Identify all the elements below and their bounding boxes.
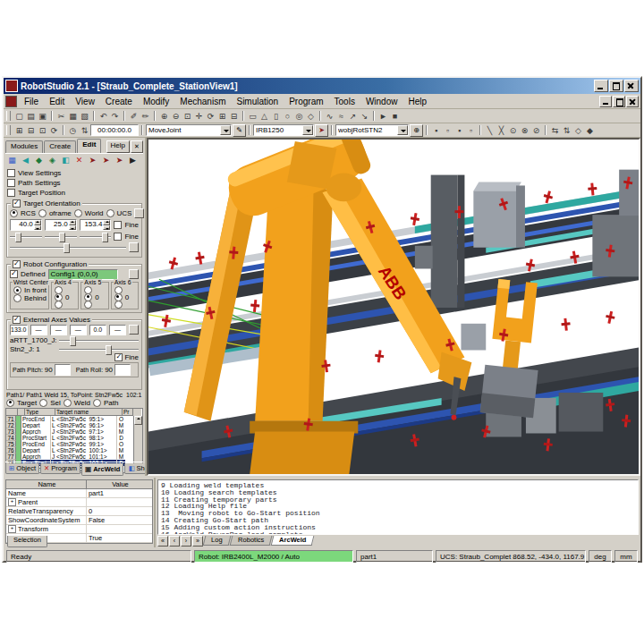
create-line-icon[interactable]: ↗: [347, 110, 359, 122]
insert-target-icon[interactable]: ▪: [453, 124, 465, 136]
3d-viewport[interactable]: ABB: [147, 138, 640, 476]
menu-mechanism[interactable]: Mechanism: [174, 95, 231, 108]
play-simulation-icon[interactable]: ►: [377, 110, 389, 122]
create-torus-icon[interactable]: ◎: [293, 110, 305, 122]
property-row[interactable]: RelativeTransparency0: [6, 507, 152, 516]
child-restore-button[interactable]: [613, 96, 625, 107]
simulation-time-field[interactable]: 00:00:00.0: [90, 124, 139, 136]
tab-edit[interactable]: Edit: [77, 139, 101, 153]
redo-icon[interactable]: ↷: [109, 110, 121, 122]
orient-icon[interactable]: ◆: [584, 124, 596, 136]
menu-modify[interactable]: Modify: [138, 95, 174, 108]
teach-target-icon[interactable]: ◧: [60, 155, 72, 166]
measure-icon[interactable]: ✏: [140, 110, 151, 122]
menu-tools[interactable]: Tools: [329, 95, 360, 108]
delete-target-icon[interactable]: ✕: [73, 155, 85, 166]
path-roll-input[interactable]: [114, 364, 131, 376]
tab-show-blank[interactable]: ◧Show/Blank: [124, 463, 147, 474]
tab-program[interactable]: ✕Program: [40, 463, 80, 474]
zoom-window-icon[interactable]: ⊡: [182, 110, 193, 122]
external-axis-2-slider[interactable]: [59, 345, 139, 353]
minimize-button[interactable]: [594, 80, 608, 92]
expand-icon[interactable]: +: [8, 498, 16, 506]
play-path-icon[interactable]: ▶: [127, 155, 139, 166]
axis-radio[interactable]: [55, 301, 63, 309]
workobject-dropdown[interactable]: wobjRotSTN2: [335, 124, 409, 136]
menu-view[interactable]: View: [70, 95, 100, 108]
path-row[interactable]: 77ApprchJ <Stn2Fw5c_101:1>M: [6, 453, 133, 460]
module-grid-icon[interactable]: ▦: [6, 155, 18, 166]
refresh-icon[interactable]: ⟳: [48, 124, 60, 136]
axis-radio-row[interactable]: 0: [55, 293, 76, 301]
snap-edge-icon[interactable]: ⊘: [530, 124, 542, 136]
axis-radio-row[interactable]: [55, 301, 76, 308]
snap-center-icon[interactable]: ⊙: [507, 124, 519, 136]
snap-cross-icon[interactable]: ╳: [496, 124, 507, 136]
create-curve-icon[interactable]: ∿: [324, 110, 335, 122]
target-orientation-checkbox[interactable]: [13, 199, 21, 208]
axis-radio[interactable]: [84, 301, 92, 309]
path-row[interactable]: 76DepartL <Stn2Fw5c_100:1>M: [6, 447, 133, 453]
new-target-icon[interactable]: ▪: [430, 124, 442, 136]
undo-icon[interactable]: ↶: [97, 110, 109, 122]
tab-arcweld[interactable]: ▣ArcWeld: [81, 463, 123, 476]
axis-radio-row[interactable]: 0: [114, 293, 136, 301]
mode-radio-weld[interactable]: [64, 399, 72, 407]
mode-radio-target[interactable]: [6, 399, 14, 407]
new-path-icon[interactable]: ▫: [442, 124, 453, 136]
mode-radio-path[interactable]: [93, 399, 101, 407]
tab-selection[interactable]: Selection: [7, 536, 47, 547]
tab-create[interactable]: Create: [44, 140, 76, 153]
process-button[interactable]: ➤: [315, 124, 328, 137]
orientation-master-slider[interactable]: [10, 243, 126, 251]
close-button[interactable]: [624, 80, 639, 92]
checkbox-view-settings[interactable]: View Settings: [7, 168, 143, 177]
dropdown-arrow-icon[interactable]: [220, 125, 231, 135]
create-arc-icon[interactable]: ↘: [359, 110, 370, 122]
external-axis-1-slider[interactable]: [59, 336, 139, 344]
create-polygon-icon[interactable]: ◇: [305, 110, 317, 122]
mode-radio-sel[interactable]: [39, 399, 47, 407]
create-sphere-icon[interactable]: ○: [282, 110, 293, 122]
robot-configuration-checkbox[interactable]: [13, 260, 21, 268]
workspace-icon[interactable]: ⊞: [13, 124, 25, 136]
rz-slider[interactable]: [80, 233, 112, 241]
panel-close-icon[interactable]: ✕: [131, 140, 143, 153]
path-row[interactable]: 75ProcEndL <Stn2Fw5c_99:1>O: [6, 441, 133, 447]
jump-current-icon[interactable]: ➤: [100, 155, 112, 166]
fine-checkbox[interactable]: [114, 221, 122, 229]
flip-target-icon[interactable]: ⇅: [561, 124, 572, 136]
create-box-icon[interactable]: ▭: [247, 110, 258, 122]
tab-modules[interactable]: Modules: [5, 140, 43, 153]
tab-nav-icon-2[interactable]: ›: [181, 536, 191, 547]
orientation-more-button[interactable]: [134, 208, 144, 218]
path-row[interactable]: 71ProcEndL <Stn2Fw5c_95:1>O: [6, 416, 133, 422]
axis-radio-row[interactable]: [84, 301, 106, 308]
path-pitch-input[interactable]: [55, 364, 71, 376]
path-row[interactable]: 72DepartL <Stn2Fw5c_96:1>M: [6, 422, 133, 428]
ry-slider[interactable]: [45, 233, 77, 241]
radio-rcs[interactable]: [10, 209, 18, 217]
output-log[interactable]: 9 Loading weld templates10 Loading searc…: [157, 479, 639, 535]
prev-target-icon[interactable]: ◀: [20, 155, 31, 166]
checkbox-box[interactable]: [7, 169, 15, 177]
snap-midpoint-icon[interactable]: ⊗: [519, 124, 530, 136]
radio-world[interactable]: [74, 209, 82, 217]
fine-checkbox-2[interactable]: [114, 233, 122, 241]
checkbox-box[interactable]: [7, 179, 15, 187]
child-close-button[interactable]: [626, 96, 639, 107]
property-row[interactable]: ShowCoordinateSystemFalse: [6, 516, 152, 525]
cut-icon[interactable]: ✂: [55, 110, 67, 122]
menu-create[interactable]: Create: [100, 95, 138, 108]
pan-icon[interactable]: ✛: [193, 110, 205, 122]
menu-window[interactable]: Window: [360, 95, 403, 108]
stop-simulation-icon[interactable]: ■: [389, 110, 401, 122]
maximize-button[interactable]: [609, 80, 623, 92]
frame-view-icon[interactable]: ⊡: [37, 124, 48, 136]
help-button[interactable]: Help: [106, 140, 130, 153]
menu-edit[interactable]: Edit: [44, 95, 70, 108]
rz-spinner[interactable]: 153.4: [80, 219, 112, 231]
zoom-in-icon[interactable]: ⊕: [158, 110, 170, 122]
defined-checkbox[interactable]: [10, 270, 18, 278]
radio-oframe[interactable]: [38, 209, 47, 217]
